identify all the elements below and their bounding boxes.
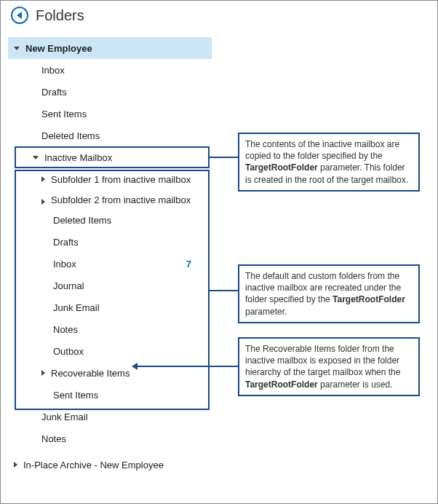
folder-label: Sent Items	[41, 109, 87, 119]
callout-text: The contents of the inactive mailbox are…	[245, 139, 399, 161]
callout-bold: TargetRootFolder	[245, 162, 318, 173]
callout-recoverable-items: The Recoverable Items folder from the in…	[238, 337, 420, 396]
expand-icon[interactable]	[14, 47, 20, 50]
folder-label: Inbox	[41, 65, 65, 76]
callout-bold: TargetRootFolder	[333, 294, 405, 304]
folder-label: Outbox	[53, 346, 84, 357]
folder-label: New Employee	[25, 43, 92, 54]
connector-line	[210, 157, 238, 158]
folder-deleted-items[interactable]: Deleted Items	[8, 125, 212, 146]
folder-label: Deleted Items	[53, 215, 111, 226]
folder-im-outbox[interactable]: Outbox	[8, 340, 212, 362]
callout-text: The Recoverable Items folder from the in…	[245, 344, 400, 377]
callout-text: parameter.	[245, 307, 287, 317]
app-frame: Folders New Employee Inbox Drafts Sent I…	[0, 0, 438, 504]
folder-junk[interactable]: Junk Email	[8, 406, 212, 428]
folder-label: Journal	[53, 280, 84, 291]
page-title: Folders	[36, 7, 84, 24]
folder-label: Sent Items	[53, 390, 98, 401]
folder-im-sent[interactable]: Sent Items	[8, 384, 212, 406]
folder-label: Subfolder 2 from inactive mailbox	[51, 194, 191, 205]
collapse-icon[interactable]	[41, 176, 45, 182]
folder-label: In-Place Archive - New Employee	[23, 460, 164, 470]
callout-text: parameter is used.	[318, 379, 393, 390]
back-arrow-icon	[17, 12, 22, 19]
folder-label: Inactive Mailbox	[44, 152, 112, 163]
folder-subfolder-2[interactable]: Subfolder 2 from inactive mailbox	[8, 190, 212, 209]
folder-im-junk[interactable]: Junk Email	[8, 296, 212, 318]
folder-im-deleted[interactable]: Deleted Items	[8, 209, 212, 231]
folder-new-employee[interactable]: New Employee	[8, 37, 212, 59]
folder-label: Drafts	[53, 237, 79, 248]
expand-icon[interactable]	[33, 156, 39, 160]
folder-label: Notes	[53, 324, 78, 335]
folder-label: Recoverable Items	[51, 368, 130, 379]
callout-bold: TargetRootFolder	[245, 379, 318, 390]
callout-targetrootfolder: The contents of the inactive mailbox are…	[238, 133, 420, 192]
collapse-icon[interactable]	[14, 462, 17, 468]
folder-sent-items[interactable]: Sent Items	[8, 103, 212, 125]
folder-label: Junk Email	[41, 412, 88, 422]
connector-line	[210, 290, 238, 291]
folder-tree: New Employee Inbox Drafts Sent Items Del…	[8, 37, 212, 476]
folder-notes[interactable]: Notes	[8, 428, 212, 449]
folder-label: Inbox	[53, 259, 76, 269]
folder-subfolder-1[interactable]: Subfolder 1 from inactive mailbox	[8, 168, 212, 190]
folder-label: Deleted Items	[41, 130, 100, 141]
folder-inplace-archive[interactable]: In-Place Archive - New Employee	[8, 454, 212, 476]
folder-im-notes[interactable]: Notes	[8, 318, 212, 340]
header: Folders	[1, 1, 437, 28]
folder-label: Notes	[41, 433, 66, 444]
folder-im-recoverable[interactable]: Recoverable Items	[8, 362, 212, 384]
folder-inbox[interactable]: Inbox	[8, 59, 212, 81]
folder-drafts[interactable]: Drafts	[8, 81, 212, 103]
folder-im-inbox[interactable]: Inbox 7	[8, 253, 212, 275]
folder-label: Subfolder 1 from inactive mailbox	[51, 174, 191, 185]
back-button[interactable]	[11, 7, 28, 24]
collapse-icon[interactable]	[41, 370, 45, 376]
folder-im-journal[interactable]: Journal	[8, 275, 212, 296]
folder-label: Drafts	[41, 87, 67, 98]
unread-count: 7	[186, 259, 191, 269]
callout-recreated-folders: The default and custom folders from the …	[238, 264, 420, 323]
folder-label: Junk Email	[53, 302, 100, 313]
folder-inactive-mailbox[interactable]: Inactive Mailbox	[8, 146, 212, 168]
collapse-icon[interactable]	[41, 199, 45, 205]
folder-im-drafts[interactable]: Drafts	[8, 231, 212, 253]
